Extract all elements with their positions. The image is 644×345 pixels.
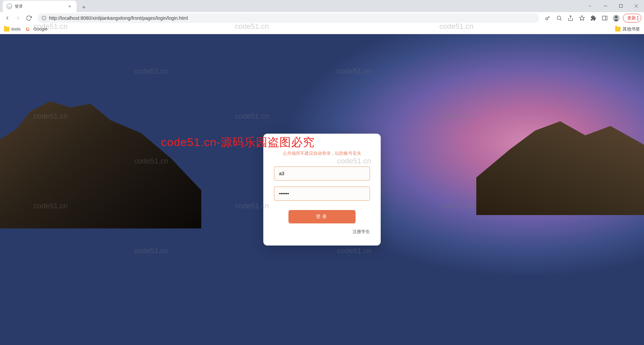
svg-line-11	[560, 19, 561, 20]
bookmark-label: tools	[11, 26, 20, 31]
forward-button[interactable]	[13, 13, 23, 23]
background-mountain	[0, 101, 201, 228]
zoom-icon[interactable]	[554, 13, 564, 23]
password-input[interactable]	[274, 187, 370, 201]
watermark: code51.cn	[439, 112, 474, 121]
register-link[interactable]: 注册学生	[274, 229, 370, 235]
browser-chrome: 登录 × + http://localhost:8080/xinlijianka…	[0, 0, 644, 34]
extensions-icon[interactable]	[589, 13, 598, 23]
bookmark-google[interactable]: G Google	[26, 26, 47, 32]
watermark: code51.cn	[439, 202, 474, 210]
update-label: 更新	[627, 15, 636, 21]
watermark: code51.cn	[134, 67, 168, 76]
minimize-button[interactable]	[598, 1, 613, 11]
info-icon[interactable]	[42, 16, 46, 20]
chevron-down-icon[interactable]	[582, 1, 598, 11]
back-button[interactable]	[3, 13, 12, 23]
url-text: http://localhost:8080/xinlijiankangxiton…	[49, 15, 188, 21]
tab-bar: 登录 × +	[0, 0, 644, 12]
folder-icon	[615, 27, 621, 31]
maximize-button[interactable]	[613, 1, 629, 11]
svg-line-9	[549, 17, 549, 17]
svg-point-10	[557, 16, 561, 20]
key-icon[interactable]	[543, 13, 552, 23]
close-button[interactable]	[629, 1, 644, 11]
watermark: code51.cn	[134, 247, 168, 255]
profile-icon[interactable]	[611, 13, 621, 23]
share-icon[interactable]	[566, 13, 575, 23]
bookmark-label: 其他书签	[623, 26, 640, 32]
svg-marker-13	[580, 16, 585, 20]
folder-icon	[4, 27, 9, 31]
google-icon: G	[26, 26, 31, 32]
svg-rect-1	[620, 5, 623, 8]
reload-button[interactable]	[24, 13, 34, 23]
watermark: code51.cn	[337, 247, 371, 255]
toolbar-right: 更新	[543, 13, 641, 23]
tab-title: 登录	[15, 4, 64, 9]
background-mountain	[476, 121, 644, 215]
bookmarks-bar: tools G Google 其他书签	[0, 24, 644, 34]
browser-toolbar: http://localhost:8080/xinlijiankangxiton…	[0, 12, 644, 24]
globe-icon	[7, 4, 12, 9]
svg-rect-14	[602, 16, 607, 20]
username-input[interactable]	[274, 166, 370, 181]
login-card: 公共场所不建议自动登录，以防账号丢失 登录 注册学生	[263, 134, 381, 246]
close-icon[interactable]: ×	[67, 4, 72, 9]
watermark: code51.cn	[235, 112, 269, 121]
bookmark-tools[interactable]: tools	[4, 26, 20, 31]
side-panel-icon[interactable]	[600, 13, 609, 23]
new-tab-button[interactable]: +	[79, 3, 89, 12]
bookmark-other[interactable]: 其他书签	[615, 26, 640, 32]
address-bar[interactable]: http://localhost:8080/xinlijiankangxiton…	[38, 13, 539, 23]
window-controls	[582, 0, 644, 12]
watermark: code51.cn	[337, 67, 371, 76]
page-content: 公共场所不建议自动登录，以防账号丢失 登录 注册学生 code51.cn cod…	[0, 34, 644, 345]
svg-point-7	[546, 18, 548, 20]
login-hint: 公共场所不建议自动登录，以防账号丢失	[274, 150, 370, 156]
login-button[interactable]: 登录	[288, 210, 356, 223]
browser-tab[interactable]: 登录 ×	[3, 1, 76, 12]
bookmark-label: Google	[33, 26, 47, 31]
menu-dots-icon	[637, 16, 638, 20]
update-button[interactable]: 更新	[623, 14, 641, 22]
bookmark-star-icon[interactable]	[577, 13, 587, 23]
